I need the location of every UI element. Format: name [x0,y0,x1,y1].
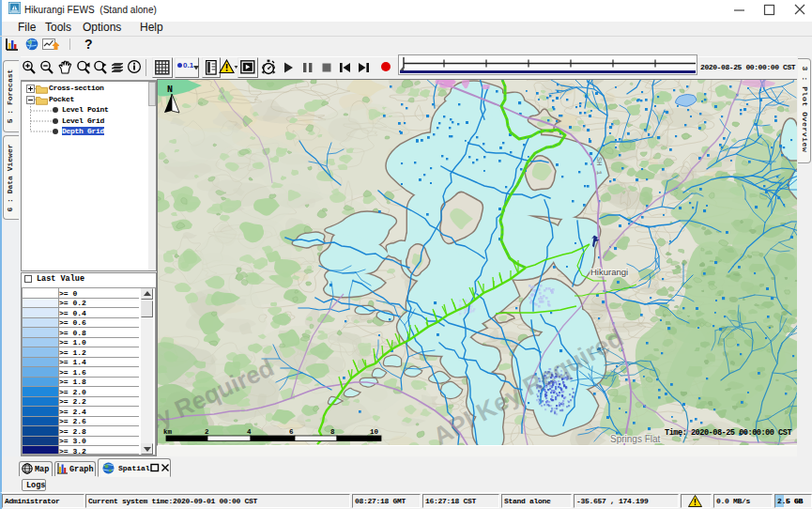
svg-text:Hikurangi: Hikurangi [590,267,628,277]
svg-text:km: km [163,428,173,436]
svg-text:Springs Flat: Springs Flat [610,434,661,444]
svg-text:Time: 2020-08-25 00:00:00 CST: Time: 2020-08-25 00:00:00 CST [665,428,791,438]
svg-text:10: 10 [370,428,379,436]
svg-text:SH 1: SH 1 [595,157,604,175]
svg-text:2: 2 [205,428,209,436]
svg-text:N: N [167,85,173,95]
svg-text:8: 8 [330,428,335,436]
svg-text:6: 6 [289,428,294,436]
svg-text:4: 4 [247,428,252,436]
